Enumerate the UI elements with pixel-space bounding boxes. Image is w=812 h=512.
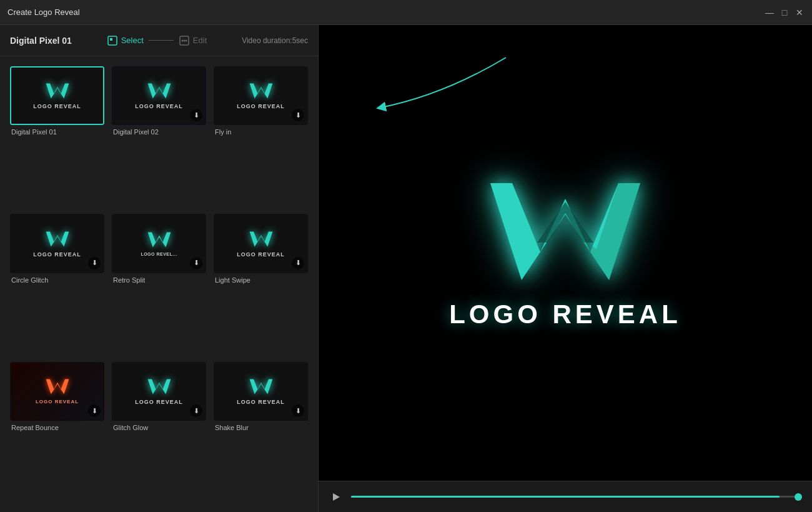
preview-area: LOGO REVEAL — [319, 25, 812, 481]
template-item-glitch-glow[interactable]: LOGO REVEAL ⬇ Glitch Glow — [112, 362, 206, 502]
download-btn-shake[interactable]: ⬇ — [292, 404, 304, 417]
svg-marker-6 — [46, 84, 69, 99]
logo-reveal-icon — [484, 177, 646, 289]
download-btn-circle[interactable]: ⬇ — [88, 257, 101, 269]
title-bar: Create Logo Reveal — □ ✕ — [0, 0, 812, 25]
template-item-digital-pixel-02[interactable]: LOGO REVEAL ⬇ Digital Pixel 02 — [112, 66, 206, 206]
svg-rect-1 — [110, 38, 112, 41]
template-thumb-digital-pixel-01[interactable]: LOGO REVEAL — [10, 66, 104, 125]
download-btn-retro[interactable]: ⬇ — [190, 257, 202, 269]
step-select[interactable]: Select — [107, 35, 144, 46]
left-panel: Digital Pixel 01 Select — [0, 25, 319, 512]
svg-marker-16 — [256, 234, 265, 239]
select-step-icon — [107, 35, 118, 46]
template-thumb-glitch-glow[interactable]: LOGO REVEAL ⬇ — [112, 362, 206, 421]
progress-fill — [351, 496, 780, 498]
edit-step-icon — [179, 35, 190, 46]
svg-point-5 — [185, 39, 187, 41]
template-label-repeat-bounce: Repeat Bounce — [10, 424, 104, 431]
edit-step-label: Edit — [193, 36, 207, 45]
right-panel: LOGO REVEAL — [319, 25, 812, 512]
select-step-label: Select — [121, 36, 144, 45]
svg-marker-24 — [581, 183, 640, 280]
svg-point-3 — [181, 39, 183, 41]
template-thumb-digital-pixel-02[interactable]: LOGO REVEAL ⬇ — [112, 66, 206, 125]
download-btn-glitch[interactable]: ⬇ — [190, 404, 202, 417]
playback-bar — [319, 481, 812, 512]
window-controls: — □ ✕ — [765, 8, 805, 18]
svg-marker-25 — [333, 493, 340, 501]
play-button[interactable] — [329, 489, 344, 504]
template-item-circle-glitch[interactable]: LOGO REVEAL ⬇ Circle Glitch — [10, 214, 104, 354]
template-thumb-circle-glitch[interactable]: LOGO REVEAL ⬇ — [10, 214, 104, 273]
template-thumb-light-swipe[interactable]: LOGO REVEAL ⬇ — [214, 214, 308, 273]
svg-marker-19 — [154, 382, 163, 387]
template-label-light-swipe: Light Swipe — [214, 276, 308, 284]
template-label-digital-pixel-01: Digital Pixel 01 — [10, 128, 104, 136]
logo-reveal-text: LOGO REVEAL — [449, 299, 681, 329]
progress-thumb[interactable] — [795, 493, 802, 501]
panel-header: Digital Pixel 01 Select — [0, 25, 318, 56]
svg-marker-15 — [249, 231, 272, 246]
thumb-inner-01: LOGO REVEAL — [11, 68, 103, 124]
template-thumb-repeat-bounce[interactable]: LOGO REVEAL ⬇ — [10, 362, 104, 421]
window-title: Create Logo Reveal — [7, 8, 80, 17]
svg-point-4 — [183, 39, 185, 41]
svg-marker-17 — [46, 379, 69, 394]
logo-preview: LOGO REVEAL — [449, 177, 681, 329]
svg-marker-11 — [256, 87, 265, 92]
download-btn-light[interactable]: ⬇ — [292, 257, 304, 269]
template-item-light-swipe[interactable]: LOGO REVEAL ⬇ Light Swipe — [214, 214, 308, 354]
svg-marker-23 — [537, 202, 593, 243]
template-thumb-shake-blur[interactable]: LOGO REVEAL ⬇ — [214, 362, 308, 421]
panel-title: Digital Pixel 01 — [10, 36, 72, 46]
svg-marker-12 — [46, 231, 69, 246]
template-label-circle-glitch: Circle Glitch — [10, 276, 104, 284]
template-item-fly-in[interactable]: LOGO REVEAL ⬇ Fly in — [214, 66, 308, 206]
minimize-button[interactable]: — — [765, 8, 775, 18]
template-thumb-fly-in[interactable]: LOGO REVEAL ⬇ — [214, 66, 308, 125]
svg-marker-18 — [147, 379, 171, 394]
svg-marker-14 — [147, 233, 171, 248]
step-divider — [149, 40, 174, 41]
template-label-glitch-glow: Glitch Glow — [112, 424, 206, 431]
main-content: Digital Pixel 01 Select — [0, 25, 812, 512]
template-label-shake-blur: Shake Blur — [214, 424, 308, 431]
svg-marker-9 — [154, 87, 163, 92]
svg-marker-10 — [249, 84, 272, 99]
maximize-button[interactable]: □ — [780, 8, 790, 18]
svg-marker-7 — [52, 87, 61, 92]
step-edit[interactable]: Edit — [179, 35, 207, 46]
template-label-retro-split: Retro Split — [112, 276, 206, 284]
template-thumb-retro-split[interactable]: LOGO REVEL... ⬇ — [112, 214, 206, 273]
svg-marker-8 — [147, 84, 171, 99]
progress-track[interactable] — [351, 496, 802, 498]
template-label-fly-in: Fly in — [214, 128, 308, 136]
template-item-shake-blur[interactable]: LOGO REVEAL ⬇ Shake Blur — [214, 362, 308, 502]
video-duration: Video duration:5sec — [242, 36, 308, 45]
templates-grid: LOGO REVEAL Digital Pixel 01 LOGO REVEAL — [0, 56, 318, 512]
svg-marker-21 — [256, 382, 265, 387]
template-item-repeat-bounce[interactable]: LOGO REVEAL ⬇ Repeat Bounce — [10, 362, 104, 502]
step-navigation: Select Edit — [107, 35, 207, 46]
template-item-retro-split[interactable]: LOGO REVEL... ⬇ Retro Split — [112, 214, 206, 354]
close-button[interactable]: ✕ — [795, 8, 805, 18]
svg-marker-13 — [52, 234, 61, 239]
svg-marker-20 — [249, 379, 272, 394]
template-label-digital-pixel-02: Digital Pixel 02 — [112, 128, 206, 136]
template-item-digital-pixel-01[interactable]: LOGO REVEAL Digital Pixel 01 — [10, 66, 104, 206]
download-btn-repeat[interactable]: ⬇ — [88, 404, 101, 417]
